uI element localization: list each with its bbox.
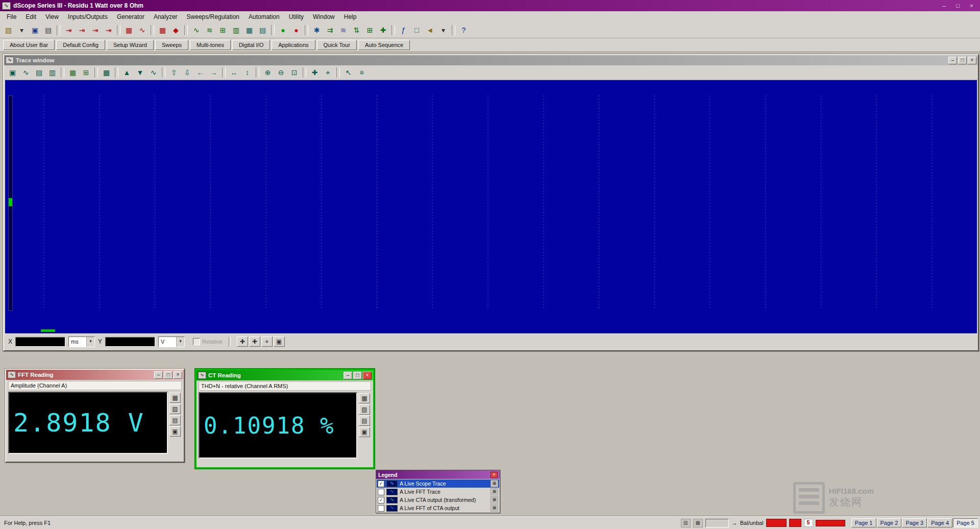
legend-checkbox[interactable]: ✓ xyxy=(378,497,384,503)
page-button[interactable]: Page 3 xyxy=(902,518,927,527)
minimize-button[interactable] xyxy=(938,2,950,10)
vertical-pan-thumb[interactable] xyxy=(9,198,12,206)
sweep-run-icon[interactable]: ⇉ xyxy=(324,24,336,36)
table-icon[interactable]: ▦ xyxy=(359,393,370,403)
event-log-icon[interactable]: ▤ xyxy=(256,24,269,36)
cursor-icon[interactable]: ✚ xyxy=(308,66,321,79)
menu-item[interactable]: Help xyxy=(339,12,361,21)
ct-maximize-button[interactable] xyxy=(353,372,362,379)
legend-row[interactable]: A Live FFT of CTA output xyxy=(377,504,499,512)
menu-item[interactable]: Window xyxy=(308,12,339,21)
copy-icon[interactable]: ▤ xyxy=(42,24,55,36)
x-value-field[interactable] xyxy=(15,337,65,347)
menu-item[interactable]: Edit xyxy=(21,12,41,21)
legend-row-settings-icon[interactable] xyxy=(491,496,498,503)
ct-close-button[interactable] xyxy=(363,372,372,379)
close-button[interactable] xyxy=(965,2,978,10)
menu-item[interactable]: Automation xyxy=(244,12,284,21)
interpolate-icon[interactable]: ∿ xyxy=(147,66,160,79)
menu-item[interactable]: View xyxy=(41,12,63,21)
trace-plot[interactable] xyxy=(5,80,977,333)
userbar-button[interactable]: Multi-tones xyxy=(190,40,231,50)
fft-minimize-button[interactable] xyxy=(154,371,163,379)
axes-icon[interactable]: ⊞ xyxy=(363,24,376,36)
script-icon[interactable]: ƒ xyxy=(397,24,410,36)
legend-row-settings-icon[interactable] xyxy=(491,488,498,495)
y-unit-select[interactable]: V xyxy=(158,336,185,347)
grid-config-icon[interactable]: ▩ xyxy=(100,66,113,79)
output-3-icon[interactable]: ⇥ xyxy=(89,24,102,36)
legend-checkbox[interactable] xyxy=(378,489,384,495)
menu-item[interactable]: Utility xyxy=(284,12,308,21)
scope-trace-icon[interactable]: ∿ xyxy=(190,24,203,36)
copy-trace-icon[interactable]: ▣ xyxy=(6,66,19,79)
copy-icon[interactable]: ▣ xyxy=(359,427,370,437)
speaker-icon[interactable]: ◄ xyxy=(424,24,436,36)
legend-checkbox[interactable]: ✓ xyxy=(378,480,384,487)
legend-row[interactable]: ✓ A Live CTA output (transformed) xyxy=(377,496,499,504)
userbar-button[interactable]: Digital I/O xyxy=(232,40,270,50)
settings-icon[interactable]: ▧ xyxy=(359,404,370,415)
legend-row-settings-icon[interactable] xyxy=(491,504,498,512)
menu-item[interactable]: Generator xyxy=(112,12,149,21)
cursor-target-icon[interactable]: ⌖ xyxy=(261,336,273,347)
output-2-icon[interactable]: ⇥ xyxy=(76,24,88,36)
output-4-icon[interactable]: ⇥ xyxy=(102,24,115,36)
legend-row[interactable]: ✓ A Live Scope Trace xyxy=(377,479,499,488)
maximize-button[interactable] xyxy=(951,2,964,10)
peak-bottom-icon[interactable]: ▼ xyxy=(134,66,146,79)
userbar-button[interactable]: Quick Tour xyxy=(317,40,357,50)
ct-minimize-button[interactable] xyxy=(344,372,352,379)
page-button[interactable]: Page 2 xyxy=(877,518,902,527)
trace-wave-icon[interactable]: ∿ xyxy=(19,66,32,79)
checkbox-box[interactable] xyxy=(193,338,200,345)
userbar-button[interactable]: Setup Wizard xyxy=(107,40,154,50)
pan-right-icon[interactable]: → xyxy=(207,66,220,79)
legend-row[interactable]: A Live FFT Trace xyxy=(377,488,499,496)
print-icon[interactable]: ▤ xyxy=(169,415,181,425)
digital-io-icon[interactable]: ▦ xyxy=(243,24,256,36)
image-export-icon[interactable]: ▦ xyxy=(66,66,79,79)
page-button[interactable]: Page 1 xyxy=(851,518,876,527)
regulation-icon[interactable]: ✱ xyxy=(310,24,323,36)
clipboard-icon[interactable]: ▥ xyxy=(46,66,59,79)
balance-icon[interactable]: ⇅ xyxy=(350,24,363,36)
fft-maximize-button[interactable] xyxy=(164,371,173,379)
autoscale-icon[interactable]: ↖ xyxy=(342,66,355,79)
stop-icon[interactable]: ● xyxy=(290,24,303,36)
generator-wave-icon[interactable]: ∿ xyxy=(136,24,149,36)
dropdown-arrow-icon[interactable] xyxy=(176,337,184,347)
pan-up-icon[interactable]: ⇧ xyxy=(167,66,180,79)
userbar-button[interactable]: About User Bar xyxy=(3,40,55,50)
x-unit-select[interactable]: ms xyxy=(68,336,95,347)
zoom-in-icon[interactable]: ⊕ xyxy=(261,66,274,79)
dropdown-arrow-icon[interactable] xyxy=(86,337,94,347)
page-button[interactable]: Page 4 xyxy=(927,518,952,527)
legend-checkbox[interactable] xyxy=(378,505,384,512)
menu-item[interactable]: Inputs/Outputs xyxy=(63,12,112,21)
save-trace-icon[interactable]: ▤ xyxy=(33,66,45,79)
y-value-field[interactable] xyxy=(105,337,155,347)
multitone-icon[interactable]: ≋ xyxy=(337,24,350,36)
calibrate-icon[interactable]: ✚ xyxy=(377,24,389,36)
legend-row-settings-icon[interactable] xyxy=(491,480,498,487)
run-icon[interactable]: ● xyxy=(277,24,289,36)
open-config-icon[interactable]: ▨ xyxy=(2,24,15,36)
table-view-icon[interactable]: ⊞ xyxy=(80,66,92,79)
print-icon[interactable]: ▤ xyxy=(359,416,370,426)
analyzer-settings-icon[interactable]: ▩ xyxy=(156,24,169,36)
trace-close-button[interactable] xyxy=(968,57,976,64)
fft-trace-icon[interactable]: ≋ xyxy=(203,24,216,36)
menu-item[interactable]: Sweeps/Regulation xyxy=(182,12,244,21)
zoom-fit-icon[interactable]: ⊡ xyxy=(288,66,301,79)
readings-icon[interactable]: ▥ xyxy=(230,24,242,36)
grid-toggle-icon[interactable]: ≡ xyxy=(355,66,368,79)
save-icon[interactable]: ▣ xyxy=(29,24,41,36)
monitor-icon[interactable]: □ xyxy=(410,24,423,36)
page-button[interactable]: Page 5 xyxy=(953,518,978,527)
table-icon[interactable]: ▦ xyxy=(169,393,181,403)
generator-settings-icon[interactable]: ▦ xyxy=(122,24,135,36)
trace-maximize-button[interactable] xyxy=(958,57,967,64)
menu-item[interactable]: File xyxy=(2,12,21,21)
menu-item[interactable]: Analyzer xyxy=(149,12,182,21)
